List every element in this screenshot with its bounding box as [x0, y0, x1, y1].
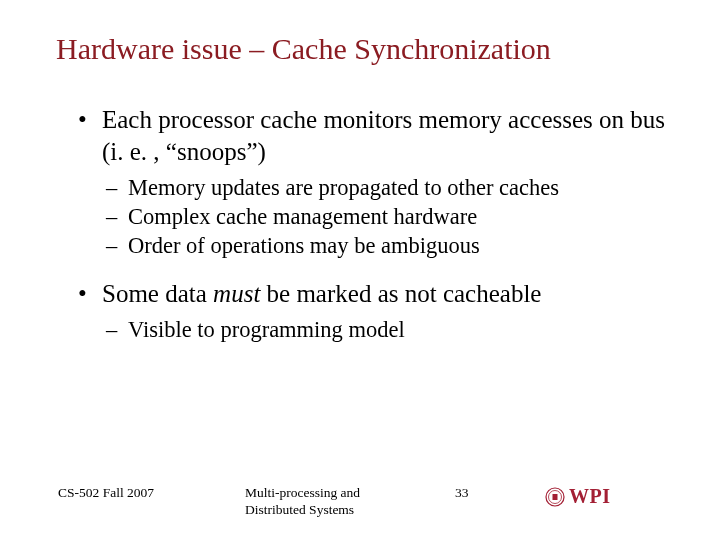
bullet-main-1: Each processor cache monitors memory acc…	[78, 104, 672, 168]
footer-course: CS-502 Fall 2007	[0, 485, 245, 501]
bullet-sub: Visible to programming model	[106, 316, 672, 345]
bullet-text-pre: Some data	[102, 280, 213, 307]
bullet-sub: Order of operations may be ambiguous	[106, 232, 672, 261]
footer: CS-502 Fall 2007 Multi-processing and Di…	[0, 485, 720, 518]
footer-logo: WPI	[545, 485, 611, 508]
bullet-sub: Complex cache management hardware	[106, 203, 672, 232]
footer-page-number: 33	[455, 485, 545, 501]
bullet-main-2: Some data must be marked as not cacheabl…	[78, 278, 672, 310]
wpi-seal-icon	[545, 487, 565, 507]
slide-title: Hardware issue – Cache Synchronization	[0, 0, 720, 66]
sub-group-1: Memory updates are propagated to other c…	[78, 174, 672, 260]
bullet-sub: Memory updates are propagated to other c…	[106, 174, 672, 203]
wpi-logo-text: WPI	[569, 485, 611, 508]
slide-content: Each processor cache monitors memory acc…	[0, 66, 720, 345]
footer-title: Multi-processing and Distributed Systems	[245, 485, 455, 518]
bullet-text-em: must	[213, 280, 260, 307]
svg-rect-2	[553, 494, 558, 500]
bullet-text-post: be marked as not cacheable	[260, 280, 541, 307]
sub-group-2: Visible to programming model	[78, 316, 672, 345]
